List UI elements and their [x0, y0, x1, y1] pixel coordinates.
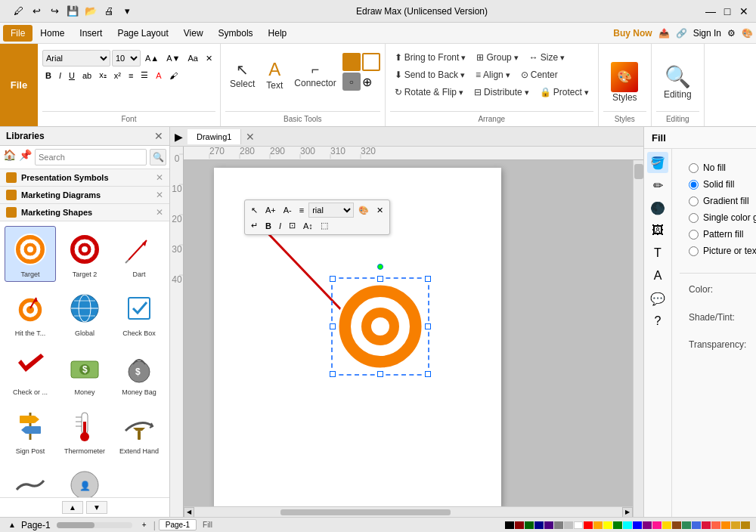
fill-radio-gradient[interactable] [689, 196, 699, 206]
scroll-thumb-v[interactable] [634, 164, 643, 179]
shape-check[interactable]: Check or ... [5, 344, 56, 400]
color-darkblue[interactable] [534, 521, 544, 529]
pin-icon[interactable]: 📌 [19, 149, 32, 165]
theme-icon[interactable]: 🎨 [742, 28, 753, 39]
fill-paint-btn[interactable]: 🪣 [647, 152, 668, 173]
canvas-scrollbar-h[interactable]: ◀ ▶ [184, 506, 633, 517]
color-royalblue[interactable] [692, 521, 701, 529]
connector-btn[interactable]: ⌐ Connector [290, 50, 340, 101]
scroll-down-btn[interactable]: ▼ [86, 501, 107, 514]
fill-option-none[interactable]: No fill [689, 162, 756, 173]
resize-handle-mr[interactable] [425, 323, 431, 329]
align-btn-f[interactable]: ≡ [296, 204, 307, 216]
close-btn[interactable]: ✕ [738, 5, 750, 17]
more-shapes-tool[interactable]: ⊕ [362, 75, 372, 89]
select-btn[interactable]: ↖ Select [225, 50, 259, 101]
color-darkgoldenrod[interactable] [741, 521, 750, 529]
fill-option-gradient[interactable]: Gradient fill [689, 196, 756, 206]
color-white[interactable] [574, 521, 583, 529]
fill-line-btn[interactable]: ✏ [647, 175, 668, 196]
protect-btn[interactable]: 🔒 Protect▾ [535, 84, 593, 101]
shape-global[interactable]: Global [59, 285, 110, 341]
shape-money-bag[interactable]: $ Money Bag [113, 344, 165, 400]
resize-handle-br[interactable] [425, 371, 431, 377]
print-btn[interactable]: 🖨 [101, 4, 116, 19]
font-clear-btn[interactable]: ✕ [203, 52, 215, 65]
toggle-panel-btn[interactable]: ▶ [170, 131, 187, 143]
rotate-flip-btn[interactable]: ↻ Rotate & Flip▾ [390, 84, 468, 101]
resize-handle-tr[interactable] [425, 276, 431, 282]
settings-icon[interactable]: ⚙ [727, 28, 736, 39]
buy-now-link[interactable]: Buy Now [613, 28, 652, 39]
color-crimson[interactable] [702, 521, 711, 529]
color-yellow[interactable] [603, 521, 612, 529]
shape-sign-post[interactable]: Sign Post [5, 403, 56, 459]
color-tomato[interactable] [711, 521, 720, 529]
fill-shadow-btn[interactable]: 🌑 [647, 197, 668, 218]
color-darkgreen[interactable] [525, 521, 534, 529]
rect-tool[interactable] [342, 53, 361, 71]
fill-radio-none[interactable] [689, 163, 699, 173]
shape-hit-target[interactable]: Hit the T... [5, 285, 56, 341]
minimize-btn[interactable]: — [705, 5, 717, 17]
bullets-btn[interactable]: ☰ [138, 69, 151, 82]
share2-icon[interactable]: 🔗 [676, 28, 687, 39]
rotate-handle[interactable] [377, 264, 383, 270]
color-blue[interactable] [633, 521, 642, 529]
font-color-btn[interactable]: A [153, 70, 164, 82]
fill-speech-btn[interactable]: 💬 [647, 288, 668, 309]
underline-btn[interactable]: U [66, 70, 78, 82]
library-search-btn[interactable]: 🔍 [150, 149, 166, 165]
color-red[interactable] [584, 521, 593, 529]
float-italic-btn[interactable]: I [276, 220, 284, 232]
menu-help[interactable]: Help [261, 25, 295, 42]
float-spacing-btn[interactable]: A↕ [300, 220, 316, 232]
page-toggle-btn[interactable]: ▲ [6, 519, 18, 531]
strikethrough-btn[interactable]: ab [79, 70, 94, 82]
menu-view[interactable]: View [176, 25, 211, 42]
fill-option-solid[interactable]: Solid fill [689, 179, 756, 190]
menu-page-layout[interactable]: Page Layout [110, 25, 175, 42]
home-icon[interactable]: 🏠 [3, 149, 16, 165]
color-gold[interactable] [662, 521, 671, 529]
float-bold-btn[interactable]: B [262, 220, 274, 232]
color-seagreen[interactable] [682, 521, 691, 529]
library-category-marketing-shapes[interactable]: Marketing Shapes ✕ [0, 204, 169, 221]
color-brown[interactable] [672, 521, 681, 529]
undo-btn[interactable]: ↩ [29, 4, 44, 19]
scroll-left-btn[interactable]: ◀ [184, 507, 194, 518]
open-btn[interactable]: 📂 [83, 4, 98, 19]
float-font-select[interactable]: rial [308, 203, 354, 218]
shape-file-recovery[interactable]: 👤 File Recovery [59, 462, 110, 497]
tab-drawing1[interactable]: Drawing1 [187, 129, 241, 144]
shape-dart[interactable]: Dart [113, 226, 165, 282]
color-goldenrod[interactable] [731, 521, 740, 529]
fill-text-btn[interactable]: T [647, 243, 668, 264]
page-scroll-thumb[interactable] [57, 522, 94, 528]
scroll-right-btn[interactable]: ▶ [622, 507, 633, 518]
menu-symbols[interactable]: Symbols [211, 25, 261, 42]
resize-handle-tl[interactable] [330, 276, 336, 282]
fill-image-btn[interactable]: 🖼 [647, 220, 668, 241]
fill-option-picture[interactable]: Picture or texture fill [689, 246, 756, 256]
distribute-btn[interactable]: ⊟ Distribute▾ [469, 84, 534, 101]
category-close-btn-3[interactable]: ✕ [156, 207, 163, 218]
resize-handle-bl[interactable] [330, 371, 336, 377]
float-list-btn[interactable]: ⊡ [286, 219, 299, 232]
superscript-btn[interactable]: x² [111, 70, 124, 82]
indent-btn[interactable]: ≡ [125, 70, 136, 82]
font-size-up-btn[interactable]: A▲ [142, 52, 162, 64]
fill-option-single-gradient[interactable]: Single color gradient fill [689, 212, 756, 223]
redo-btn[interactable]: ↪ [47, 4, 62, 19]
page-tab-1[interactable]: Page-1 [159, 519, 197, 530]
ellipse-tool[interactable]: ○ [342, 73, 361, 91]
italic-btn[interactable]: I [56, 70, 64, 82]
scroll-thumb-h[interactable] [280, 509, 451, 515]
shape-checkbox[interactable]: Check Box [113, 285, 165, 341]
add-page-btn[interactable]: + [138, 519, 150, 531]
fill-help-btn[interactable]: ? [647, 311, 668, 332]
shape-handshake[interactable] [5, 462, 56, 497]
scroll-up-btn[interactable]: ▲ [62, 501, 83, 514]
color-indigo[interactable] [544, 521, 553, 529]
sign-in-btn[interactable]: Sign In [693, 28, 721, 39]
